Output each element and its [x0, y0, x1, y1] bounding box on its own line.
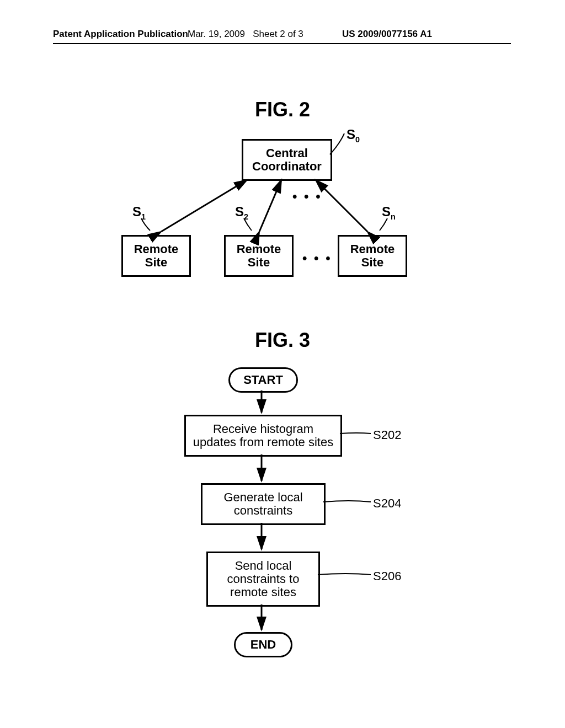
remote-site-2-box: Remote Site [224, 235, 294, 277]
site1-label: S1 [132, 204, 146, 221]
step-1-text: Receive histogram updates from remote si… [186, 422, 340, 449]
step-3-text: Send local constraints to remote sites [208, 559, 318, 599]
svg-line-0 [161, 180, 247, 232]
step-2-text: Generate local constraints [202, 491, 324, 517]
fig3-title: FIG. 3 [0, 329, 565, 352]
siten-label: Sn [382, 204, 396, 221]
remote-site-n-text: Remote Site [339, 243, 406, 269]
step-3-box: Send local constraints to remote sites [206, 552, 320, 607]
central-coordinator-box: Central Coordinator [242, 139, 332, 181]
remote-site-n-box: Remote Site [338, 235, 407, 277]
remote-site-1-box: Remote Site [121, 235, 191, 277]
end-pill: END [234, 632, 292, 657]
header-rule [53, 43, 511, 44]
central-label: S0 [347, 127, 360, 144]
svg-line-1 [259, 180, 281, 232]
header-date: Mar. 19, 2009 [188, 29, 245, 39]
fig2-dots-bottom: • • • [302, 250, 332, 266]
step-1-label: S202 [373, 428, 401, 442]
end-text: END [250, 638, 276, 652]
remote-site-2-text: Remote Site [226, 243, 292, 269]
header-number: US 2009/0077156 A1 [342, 29, 432, 40]
step-1-box: Receive histogram updates from remote si… [184, 415, 342, 457]
header-date-sheet: Mar. 19, 2009 Sheet 2 of 3 [188, 29, 303, 40]
step-2-box: Generate local constraints [201, 483, 326, 525]
step-2-label: S204 [373, 496, 401, 511]
header-sheet: Sheet 2 of 3 [253, 29, 303, 39]
fig2-dots-top: • • • [292, 189, 322, 204]
step-3-label: S206 [373, 569, 401, 584]
central-coordinator-text: Central Coordinator [243, 147, 331, 173]
site2-label: S2 [235, 204, 248, 221]
start-text: START [243, 373, 283, 387]
start-pill: START [228, 367, 298, 393]
header-publication: Patent Application Publication [53, 29, 188, 40]
svg-line-2 [316, 180, 367, 232]
fig2-title: FIG. 2 [0, 98, 565, 121]
remote-site-1-text: Remote Site [123, 243, 189, 269]
patent-page: Patent Application Publication Mar. 19, … [0, 0, 565, 728]
